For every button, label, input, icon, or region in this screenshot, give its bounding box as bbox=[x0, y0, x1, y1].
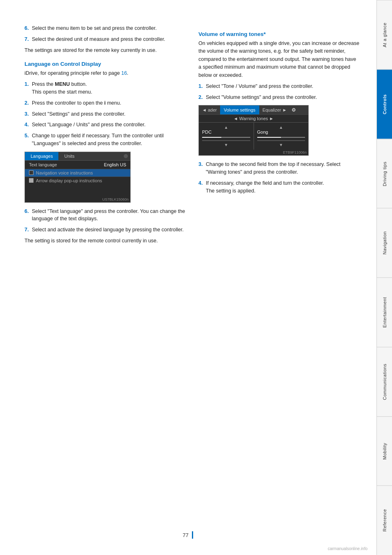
checkbox-arrow-display: ✓ bbox=[29, 178, 33, 183]
vol-up-arrow-gong: ▲ bbox=[257, 125, 305, 130]
vol-nav-row: ◄ Warning tones ► bbox=[199, 114, 308, 122]
sidebar-tab-navigation[interactable]: Navigation bbox=[377, 208, 392, 278]
right-step-num-4: 4. bbox=[198, 179, 206, 195]
step-text-5: Change to upper field if necessary. Turn… bbox=[32, 132, 186, 148]
right-step-4: 4. If necessary, change the field and tu… bbox=[198, 179, 360, 195]
section-heading-language: Language on Control Display bbox=[24, 61, 186, 67]
intro-text: iDrive, for operating principle refer to… bbox=[24, 69, 186, 77]
vol-left-pdc: ▲ PDC ▼ bbox=[199, 123, 254, 150]
vol-pdc-line bbox=[202, 140, 250, 141]
page-number-bar bbox=[192, 531, 193, 539]
step-text-4: Select "Language / Units" and press the … bbox=[32, 121, 186, 129]
step-num-6-top: 6. bbox=[24, 25, 32, 32]
nav-voice-label: Navigation voice instructions bbox=[36, 170, 93, 175]
vol-gong-slider bbox=[257, 137, 305, 138]
vol-content: ▲ PDC ▼ ▲ Gong bbox=[199, 122, 308, 150]
sidebar-tab-driving-tips[interactable]: Driving tips bbox=[377, 139, 392, 208]
screenshot-indicator-vol: ETB9F11006n bbox=[199, 150, 308, 155]
steps-6-7-bottom: 6. Select "Text language" and press the … bbox=[24, 208, 186, 234]
step-text-1: Press the MENU button.This opens the sta… bbox=[32, 81, 186, 96]
screenshot-indicator-lang: US7BLK15060n bbox=[25, 197, 130, 202]
page-link-16[interactable]: 16 bbox=[121, 70, 127, 76]
right-step-text-2: Select "Volume settings" and press the c… bbox=[206, 94, 360, 101]
top-steps: 6. Select the menu item to be set and pr… bbox=[24, 25, 186, 43]
step-text-3: Select "Settings" and press the controll… bbox=[32, 110, 186, 118]
sidebar-tab-controls[interactable]: Controls bbox=[377, 69, 392, 139]
screenshot-spacer bbox=[25, 184, 130, 197]
sidebar-tab-mobility[interactable]: Mobility bbox=[377, 416, 392, 486]
vol-down-arrow-gong: ▼ bbox=[257, 143, 305, 147]
para1-right: On vehicles equipped with a single drive… bbox=[198, 40, 360, 79]
sidebar-tab-reference[interactable]: Reference bbox=[377, 486, 392, 555]
languages-screenshot: Languages Units Text language English US… bbox=[24, 152, 131, 203]
vol-tab-equalizer: Equalizer ► bbox=[259, 106, 290, 114]
row-arrow-display: ✓ Arrow display pop-up instructions bbox=[25, 177, 130, 184]
vol-gong-track bbox=[257, 137, 281, 138]
vol-tab-ader: ◄ ader bbox=[199, 106, 220, 114]
step-6-bottom: 6. Select "Text language" and press the … bbox=[24, 208, 186, 223]
right-step-text-1: Select "Tone / Volume" and press the con… bbox=[206, 83, 360, 90]
step-7-bottom: 7. Select and activate the desired langu… bbox=[24, 226, 186, 234]
right-step-num-2: 2. bbox=[198, 94, 206, 101]
vol-tab-volume-settings: Volume settings bbox=[220, 105, 259, 114]
step-num-5: 5. bbox=[24, 132, 32, 148]
right-step-num-3: 3. bbox=[198, 161, 206, 176]
right-step-2: 2. Select "Volume settings" and press th… bbox=[198, 94, 360, 101]
step-7-top: 7. Select the desired unit of measure an… bbox=[24, 36, 186, 43]
right-column: Volume of warning tones* On vehicles equ… bbox=[198, 25, 360, 530]
step-3: 3. Select "Settings" and press the contr… bbox=[24, 110, 186, 118]
footer-logo: carmanualsonline.info bbox=[328, 546, 368, 551]
row-nav-voice: Navigation voice instructions bbox=[25, 169, 130, 177]
sidebar-tab-at-a-glance[interactable]: At a glance bbox=[377, 0, 392, 69]
step-6-top: 6. Select the menu item to be set and pr… bbox=[24, 25, 186, 32]
step-5: 5. Change to upper field if necessary. T… bbox=[24, 132, 186, 148]
tab-languages: Languages bbox=[25, 152, 58, 160]
step-num-3: 3. bbox=[24, 110, 32, 118]
text-language-label: Text language bbox=[29, 162, 104, 167]
right-step-1: 1. Select "Tone / Volume" and press the … bbox=[198, 83, 360, 90]
tab-units: Units bbox=[58, 152, 80, 160]
step-num-4: 4. bbox=[24, 121, 32, 129]
volume-screenshot: ◄ ader Volume settings Equalizer ► ⚙ ◄ W… bbox=[198, 105, 309, 156]
vol-icon: ⚙ bbox=[292, 107, 296, 113]
page-number: 77 bbox=[183, 532, 188, 538]
right-step-3: 3. Change to the second field from the t… bbox=[198, 161, 360, 176]
right-step-text-4: If necessary, change the field and turn … bbox=[206, 179, 360, 195]
text-language-value: English US bbox=[104, 162, 126, 167]
arrow-display-label: Arrow display pop-up instructions bbox=[36, 178, 102, 183]
right-steps-3-4: 3. Change to the second field from the t… bbox=[198, 161, 360, 195]
dot-indicator bbox=[124, 154, 128, 158]
step-1: 1. Press the MENU button.This opens the … bbox=[24, 81, 186, 96]
step-num-2: 2. bbox=[24, 99, 32, 107]
steps-1-5: 1. Press the MENU button.This opens the … bbox=[24, 81, 186, 147]
step-text-6-top: Select the menu item to be set and press… bbox=[32, 25, 186, 32]
sidebar: At a glance Controls Driving tips Naviga… bbox=[376, 0, 392, 555]
step-num-1: 1. bbox=[24, 81, 32, 96]
screenshot-tab-bar: Languages Units bbox=[25, 152, 130, 160]
step-num-7-top: 7. bbox=[24, 36, 32, 43]
vol-right-gong: ▲ Gong ▼ bbox=[254, 123, 309, 150]
right-step-num-1: 1. bbox=[198, 83, 206, 90]
sidebar-tab-entertainment[interactable]: Entertainment bbox=[377, 278, 392, 347]
vol-down-arrow-pdc: ▼ bbox=[202, 143, 250, 147]
step-num-6-bottom: 6. bbox=[24, 208, 32, 223]
para1-left: The settings are stored for the remote k… bbox=[24, 47, 186, 54]
vol-pdc-slider bbox=[202, 137, 250, 138]
row-text-language: Text language English US bbox=[25, 160, 130, 169]
para2-left: The setting is stored for the remote con… bbox=[24, 237, 186, 245]
vol-gong-line bbox=[257, 140, 305, 141]
right-steps-1-2: 1. Select "Tone / Volume" and press the … bbox=[198, 83, 360, 101]
sidebar-tab-communications[interactable]: Communications bbox=[377, 347, 392, 416]
step-2: 2. Press the controller to open the i me… bbox=[24, 99, 186, 107]
page-number-area: 77 bbox=[0, 523, 376, 543]
step-text-7-top: Select the desired unit of measure and p… bbox=[32, 36, 186, 43]
step-text-2: Press the controller to open the i menu. bbox=[32, 99, 186, 107]
step-num-7-bottom: 7. bbox=[24, 226, 32, 234]
step-4: 4. Select "Language / Units" and press t… bbox=[24, 121, 186, 129]
left-column: 6. Select the menu item to be set and pr… bbox=[24, 25, 186, 530]
vol-pdc-label: PDC bbox=[202, 130, 250, 134]
section-heading-volume: Volume of warning tones* bbox=[198, 31, 360, 37]
vol-tab-bar: ◄ ader Volume settings Equalizer ► ⚙ bbox=[199, 105, 308, 114]
step-text-6-bottom: Select "Text language" and press the con… bbox=[32, 208, 186, 223]
vol-up-arrow-pdc: ▲ bbox=[202, 125, 250, 130]
